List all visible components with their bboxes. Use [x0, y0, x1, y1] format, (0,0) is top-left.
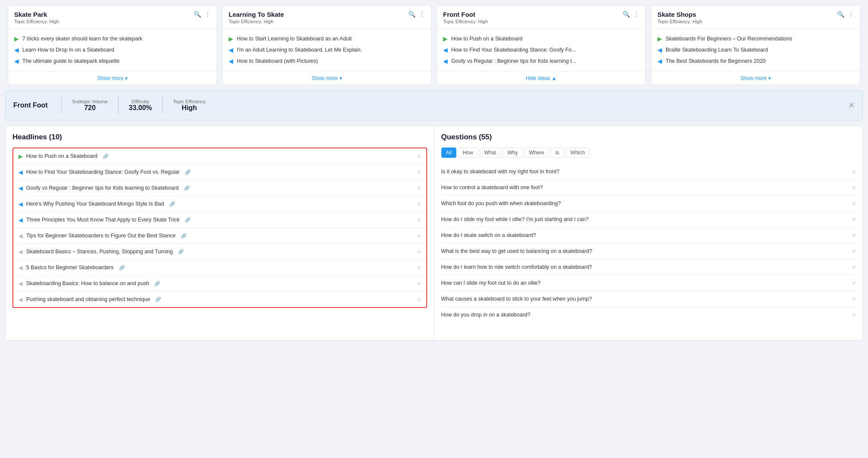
headline-left: ◀ Pushing skateboard and obtaining perfe…: [18, 296, 161, 303]
headline-menu-icon[interactable]: ≡: [417, 232, 421, 239]
topic-efficiency-label: Topic Efficiency: [173, 99, 206, 104]
headline-menu-icon[interactable]: ≡: [417, 184, 421, 191]
difficulty-label: Difficulty: [129, 99, 152, 104]
question-text: How do I slide my foot while I ollie? I'…: [441, 216, 849, 222]
close-button[interactable]: ✕: [848, 101, 855, 110]
headline-menu-icon[interactable]: ≡: [417, 200, 421, 207]
questions-label: Questions: [441, 133, 477, 141]
external-link-icon[interactable]: 🔗: [155, 297, 161, 302]
card-item: ◀ Goofy vs Regular : Beginner tips for K…: [443, 55, 639, 67]
card-item: ◀ The ultimate guide to skatepark etique…: [14, 55, 211, 67]
blue-icon: ◀: [657, 58, 662, 65]
filter-tab-how[interactable]: How: [458, 148, 478, 158]
card-header: Front Foot Topic Efficiency: High 🔍 ⋮: [437, 6, 645, 29]
filter-tab-which[interactable]: Which: [566, 148, 590, 158]
filter-tab-where[interactable]: Where: [524, 148, 549, 158]
green-icon: ▶: [229, 35, 233, 42]
questions-panel: Questions (55) AllHowWhatWhyWhereIsWhich…: [434, 126, 863, 340]
question-text: Is it okay to skateboard with my right f…: [441, 169, 849, 175]
question-menu-icon[interactable]: ≡: [852, 248, 856, 255]
search-icon[interactable]: 🔍: [194, 11, 201, 18]
headline-menu-icon[interactable]: ≡: [417, 153, 421, 160]
card-item: ◀ Learn How to Drop In on a Skateboard: [14, 44, 211, 55]
external-link-icon[interactable]: 🔗: [169, 201, 175, 207]
headline-menu-icon[interactable]: ≡: [417, 216, 421, 223]
headline-text: Skateboard Basics – Stances, Pushing, St…: [26, 249, 173, 255]
more-icon[interactable]: ⋮: [633, 11, 639, 18]
headline-menu-icon[interactable]: ≡: [417, 280, 421, 287]
question-menu-icon[interactable]: ≡: [852, 168, 856, 175]
search-icon[interactable]: 🔍: [408, 11, 416, 18]
blue-icon: ◀: [18, 185, 23, 191]
card-header: Learning To Skate Topic Efficiency: High…: [223, 6, 431, 29]
gray-icon: ◀: [18, 264, 23, 271]
card-title: Learning To Skate: [229, 11, 284, 18]
gray-icon: ◀: [18, 233, 23, 239]
question-menu-icon[interactable]: ≡: [852, 200, 856, 207]
green-icon: ▶: [657, 35, 662, 42]
card-item: ▶ How to Push on a Skateboard: [443, 33, 639, 44]
headline-menu-icon[interactable]: ≡: [417, 248, 421, 255]
gray-icon: ◀: [18, 296, 23, 303]
question-menu-icon[interactable]: ≡: [852, 264, 856, 270]
filter-tab-what[interactable]: What: [480, 148, 501, 158]
card-item-text: How to Start Learning to Skateboard as a…: [237, 36, 352, 42]
headline-menu-icon[interactable]: ≡: [417, 296, 421, 303]
questions-title: Questions (55): [441, 133, 856, 141]
headline-item: ◀ Here's Why Pushing Your Skateboard Mon…: [13, 196, 426, 212]
filter-tab-all[interactable]: All: [441, 148, 456, 158]
external-link-icon[interactable]: 🔗: [178, 249, 184, 255]
card-subtitle: Topic Efficiency: High: [229, 19, 284, 24]
question-item: How do you drop in on a skateboard? ≡: [441, 307, 856, 323]
external-link-icon[interactable]: 🔗: [181, 233, 187, 239]
detail-difficulty: Difficulty 33.00%: [129, 99, 152, 112]
question-menu-icon[interactable]: ≡: [852, 280, 856, 286]
card-item-text: Braille Skateboarding Learn To Skateboar…: [666, 47, 768, 53]
question-menu-icon[interactable]: ≡: [852, 311, 856, 318]
blue-icon: ◀: [443, 46, 448, 53]
headline-text: Tips for Beginner Skateboarders to Figur…: [26, 233, 176, 239]
show-more-link[interactable]: Show more ▾: [312, 75, 342, 81]
headline-menu-icon[interactable]: ≡: [417, 264, 421, 271]
question-menu-icon[interactable]: ≡: [852, 216, 856, 223]
search-icon[interactable]: 🔍: [623, 11, 630, 18]
headline-menu-icon[interactable]: ≡: [417, 169, 421, 175]
question-menu-icon[interactable]: ≡: [852, 232, 856, 239]
question-item: How can I slide my foot out to do an oll…: [441, 275, 856, 291]
external-link-icon[interactable]: 🔗: [103, 154, 109, 159]
more-icon[interactable]: ⋮: [205, 11, 211, 18]
more-icon[interactable]: ⋮: [419, 11, 425, 18]
external-link-icon[interactable]: 🔗: [184, 185, 190, 191]
headlines-panel: Headlines (10) ▶ How to Push on a Skateb…: [6, 126, 434, 340]
headline-text: How to Find Your Skateboarding Stance: G…: [26, 169, 180, 175]
headline-item: ◀ 5 Basics for Beginner Skateboarders 🔗 …: [13, 260, 426, 276]
filter-tab-is[interactable]: Is: [550, 148, 564, 158]
show-more-link[interactable]: Show more ▾: [740, 75, 770, 81]
external-link-icon[interactable]: 🔗: [154, 281, 160, 286]
headline-item: ◀ Pushing skateboard and obtaining perfe…: [13, 292, 426, 307]
show-more-link[interactable]: Show more ▾: [97, 75, 127, 81]
gray-icon: ◀: [18, 280, 23, 287]
search-icon[interactable]: 🔍: [837, 11, 844, 18]
question-menu-icon[interactable]: ≡: [852, 295, 856, 302]
question-menu-icon[interactable]: ≡: [852, 184, 856, 191]
card-item: ◀ How to Find Your Skateboarding Stance:…: [443, 44, 639, 55]
more-icon[interactable]: ⋮: [848, 11, 854, 18]
hide-ideas-link[interactable]: Hide ideas ▲: [526, 75, 557, 81]
question-text: How do I skate switch on a skateboard?: [441, 232, 849, 238]
detail-left: Front Foot Subtopic Volume 720 Difficult…: [13, 97, 205, 114]
difficulty-value: 33.00%: [129, 104, 152, 112]
external-link-icon[interactable]: 🔗: [185, 169, 191, 175]
question-text: How do I learn how to ride switch comfor…: [441, 264, 849, 270]
blue-icon: ◀: [14, 46, 19, 53]
headlines-label: Headlines: [12, 133, 47, 141]
headline-left: ◀ Three Principles You Must Know That Ap…: [18, 217, 191, 223]
external-link-icon[interactable]: 🔗: [185, 217, 191, 223]
card-body: ▶ 7 tricks every skater should learn for…: [8, 29, 217, 71]
external-link-icon[interactable]: 🔗: [119, 265, 125, 270]
card-learning-to-skate: Learning To Skate Topic Efficiency: High…: [222, 5, 431, 85]
green-icon: ▶: [14, 35, 19, 42]
filter-tab-why[interactable]: Why: [503, 148, 523, 158]
card-item-text: Goofy vs Regular : Beginner tips for Kid…: [451, 58, 576, 64]
headline-left: ◀ Tips for Beginner Skateboarders to Fig…: [18, 233, 187, 239]
